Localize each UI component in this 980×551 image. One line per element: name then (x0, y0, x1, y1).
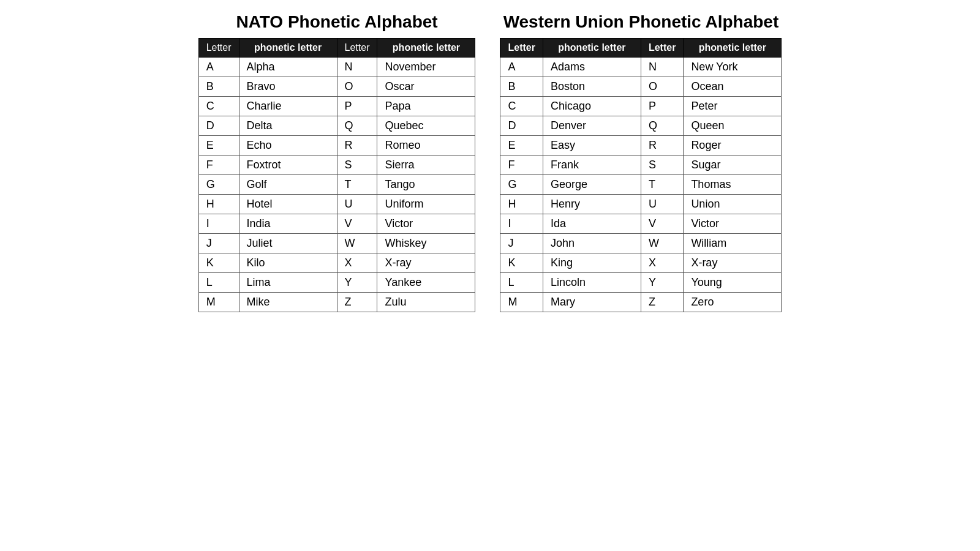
table-row: BBravoOOscar (198, 77, 475, 97)
letter-cell: X (641, 253, 683, 273)
phonetic-cell: Juliet (239, 234, 337, 253)
table-row: CChicagoPPeter (500, 97, 782, 116)
phonetic-cell: Zero (684, 293, 782, 312)
table-row: LLincolnYYoung (500, 273, 782, 293)
nato-table: Letter phonetic letter Letter phonetic l… (198, 38, 476, 312)
letter-cell: J (500, 234, 543, 253)
letter-cell: H (500, 195, 543, 214)
letter-cell: U (641, 195, 683, 214)
phonetic-cell: Hotel (239, 195, 337, 214)
letter-cell: F (198, 156, 239, 175)
letter-cell: A (500, 58, 543, 77)
phonetic-cell: Union (684, 195, 782, 214)
letter-cell: D (198, 116, 239, 136)
nato-header-row: Letter phonetic letter Letter phonetic l… (198, 39, 475, 58)
letter-cell: V (641, 214, 683, 234)
letter-cell: R (641, 136, 683, 156)
letter-cell: U (337, 195, 377, 214)
letter-cell: P (337, 97, 377, 116)
phonetic-cell: New York (684, 58, 782, 77)
phonetic-cell: Boston (543, 77, 641, 97)
table-row: GGolfTTango (198, 175, 475, 195)
letter-cell: C (198, 97, 239, 116)
phonetic-cell: Victor (684, 214, 782, 234)
letter-cell: L (500, 273, 543, 293)
letter-cell: S (641, 156, 683, 175)
phonetic-cell: Foxtrot (239, 156, 337, 175)
phonetic-cell: Uniform (377, 195, 475, 214)
wu-header-letter2: Letter (641, 39, 683, 58)
letter-cell: L (198, 273, 239, 293)
nato-header-letter2: Letter (337, 39, 377, 58)
letter-cell: M (198, 293, 239, 312)
phonetic-cell: Bravo (239, 77, 337, 97)
nato-header-phonetic2: phonetic letter (377, 39, 475, 58)
phonetic-cell: Young (684, 273, 782, 293)
table-row: KKiloXX-ray (198, 253, 475, 273)
phonetic-cell: Chicago (543, 97, 641, 116)
letter-cell: I (500, 214, 543, 234)
phonetic-cell: Zulu (377, 293, 475, 312)
letter-cell: Q (337, 116, 377, 136)
phonetic-cell: Roger (684, 136, 782, 156)
table-row: FFrankSSugar (500, 156, 782, 175)
table-row: KKingXX-ray (500, 253, 782, 273)
table-row: LLimaYYankee (198, 273, 475, 293)
phonetic-cell: George (543, 175, 641, 195)
table-row: AAlphaNNovember (198, 58, 475, 77)
letter-cell: D (500, 116, 543, 136)
letter-cell: Y (641, 273, 683, 293)
letter-cell: W (337, 234, 377, 253)
wu-header-phonetic1: phonetic letter (543, 39, 641, 58)
letter-cell: T (641, 175, 683, 195)
phonetic-cell: Papa (377, 97, 475, 116)
letter-cell: A (198, 58, 239, 77)
table-row: CCharliePPapa (198, 97, 475, 116)
letter-cell: E (198, 136, 239, 156)
phonetic-cell: King (543, 253, 641, 273)
wu-header-row: Letter phonetic letter Letter phonetic l… (500, 39, 782, 58)
phonetic-cell: Alpha (239, 58, 337, 77)
phonetic-cell: Queen (684, 116, 782, 136)
letter-cell: I (198, 214, 239, 234)
table-row: AAdamsNNew York (500, 58, 782, 77)
letter-cell: T (337, 175, 377, 195)
nato-section: NATO Phonetic Alphabet Letter phonetic l… (198, 12, 476, 312)
phonetic-cell: Echo (239, 136, 337, 156)
phonetic-cell: Tango (377, 175, 475, 195)
wu-table: Letter phonetic letter Letter phonetic l… (500, 38, 782, 312)
phonetic-cell: India (239, 214, 337, 234)
table-row: FFoxtrotSSierra (198, 156, 475, 175)
letter-cell: S (337, 156, 377, 175)
letter-cell: F (500, 156, 543, 175)
phonetic-cell: Lima (239, 273, 337, 293)
phonetic-cell: Sugar (684, 156, 782, 175)
letter-cell: K (500, 253, 543, 273)
phonetic-cell: Denver (543, 116, 641, 136)
nato-title: NATO Phonetic Alphabet (236, 12, 437, 32)
letter-cell: B (198, 77, 239, 97)
letter-cell: B (500, 77, 543, 97)
phonetic-cell: Sierra (377, 156, 475, 175)
table-row: DDeltaQQuebec (198, 116, 475, 136)
table-row: JJulietWWhiskey (198, 234, 475, 253)
phonetic-cell: Mary (543, 293, 641, 312)
letter-cell: O (337, 77, 377, 97)
table-row: EEchoRRomeo (198, 136, 475, 156)
table-row: BBostonOOcean (500, 77, 782, 97)
letter-cell: H (198, 195, 239, 214)
phonetic-cell: Oscar (377, 77, 475, 97)
table-row: HHotelUUniform (198, 195, 475, 214)
table-row: GGeorgeTThomas (500, 175, 782, 195)
wu-header-letter1: Letter (500, 39, 543, 58)
phonetic-cell: Romeo (377, 136, 475, 156)
letter-cell: Y (337, 273, 377, 293)
letter-cell: R (337, 136, 377, 156)
letter-cell: J (198, 234, 239, 253)
letter-cell: X (337, 253, 377, 273)
phonetic-cell: John (543, 234, 641, 253)
table-row: EEasyRRoger (500, 136, 782, 156)
phonetic-cell: William (684, 234, 782, 253)
phonetic-cell: Mike (239, 293, 337, 312)
phonetic-cell: November (377, 58, 475, 77)
